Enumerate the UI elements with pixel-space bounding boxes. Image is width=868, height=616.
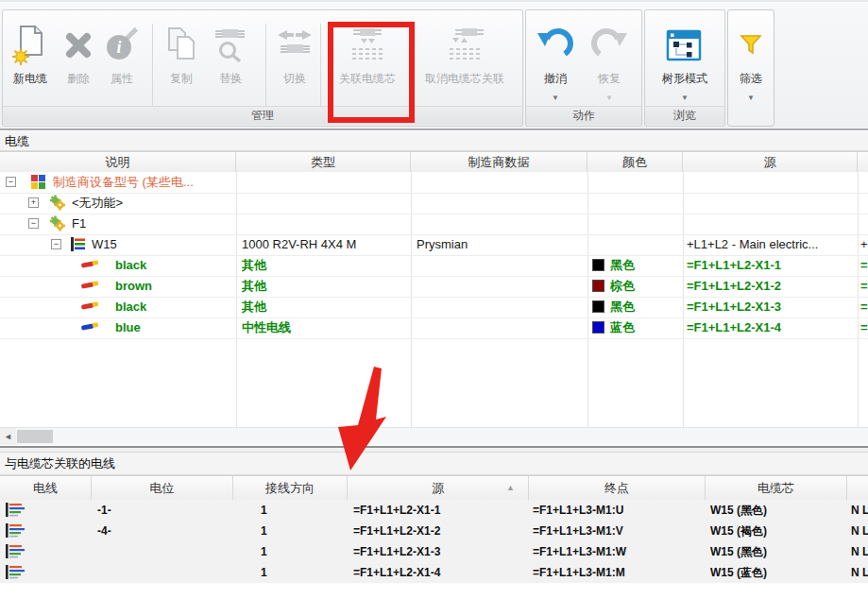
column-header-制造商数据[interactable]: 制造商数据 xyxy=(411,152,587,172)
wire-red-icon xyxy=(80,299,101,314)
cell-destination: =F1+L1+L3-M1:W xyxy=(533,541,703,562)
wire-panel-title: 与电缆芯关联的电线 xyxy=(0,453,868,475)
cell-core: W15 (黑色) xyxy=(710,541,844,562)
tree-row-label: W15 xyxy=(92,234,230,255)
delete-icon xyxy=(58,24,99,67)
tree-row[interactable]: blue中性电线蓝色=F1+L1+L2-X1-4= xyxy=(0,317,868,339)
cell-manufacturer: Prysmian xyxy=(417,234,583,255)
wire-table-body: -1-1=F1+L1+L2-X1-1=F1+L1+L3-M1:UW15 (黑色)… xyxy=(0,500,868,616)
expand-icon[interactable]: + xyxy=(28,197,39,208)
column-header-说明[interactable]: 说明 xyxy=(0,152,236,172)
scroll-left-arrow-icon[interactable]: ◄ xyxy=(0,428,16,445)
wire-row[interactable]: 1=F1+L1+L2-X1-4=F1+L1+L3-M1:MW15 (蓝色)N L xyxy=(0,562,868,584)
tree-row[interactable]: black其他黑色=F1+L1+L2-X1-1= xyxy=(0,255,868,277)
undo-icon xyxy=(532,24,579,67)
cell-destination-cut: = xyxy=(860,255,868,276)
cell-type: 1000 R2V-RH 4X4 M xyxy=(242,234,407,255)
wire-row[interactable]: -4-1=F1+L1+L2-X1-2=F1+L1+L3-M1:VW15 (褐色)… xyxy=(0,521,868,542)
horizontal-scrollbar[interactable]: ◄ xyxy=(0,427,868,445)
tree-row-label: black xyxy=(115,297,230,317)
gears-icon xyxy=(49,215,66,234)
dropdown-arrow-icon[interactable]: ▼ xyxy=(649,94,721,102)
ribbon-button-label: 属性 xyxy=(101,71,143,86)
tree-row[interactable]: −F1 xyxy=(0,214,868,235)
wire-multi-icon xyxy=(5,522,26,541)
dropdown-arrow-icon[interactable]: ▼ xyxy=(583,94,636,102)
color-swatch xyxy=(592,259,604,271)
cell-destination: =F1+L1+L3-M1:U xyxy=(533,500,703,521)
wire-multi-icon xyxy=(5,502,26,521)
ribbon-group-label: 动作 xyxy=(526,106,641,125)
ribbon-button-label: 撤消 xyxy=(532,71,579,86)
properties-icon: i xyxy=(101,24,143,67)
cell-color-label: 棕色 xyxy=(610,276,680,297)
cell-potential: -4- xyxy=(97,521,230,541)
ribbon-button-tree-mode[interactable]: 树形模式▼ xyxy=(649,14,721,109)
wire-row[interactable]: -1-1=F1+L1+L2-X1-1=F1+L1+L3-M1:UW15 (黑色)… xyxy=(0,500,868,522)
cell-destination: =F1+L1+L3-M1:M xyxy=(533,562,703,583)
collapse-icon[interactable]: − xyxy=(28,218,39,229)
cell-cut: N L xyxy=(851,562,868,583)
column-header-终点[interactable]: 终点 xyxy=(529,476,706,500)
ribbon-button-replace[interactable]: 替换 xyxy=(209,14,252,109)
cell-core: W15 (褐色) xyxy=(710,521,844,541)
tree-row[interactable]: +<无功能> xyxy=(0,193,868,214)
dropdown-arrow-icon[interactable]: ▼ xyxy=(532,94,579,102)
cell-type: 中性电线 xyxy=(242,317,407,338)
svg-text:i: i xyxy=(116,38,121,57)
cell-cut: N L xyxy=(851,541,868,562)
cell-cut: N L xyxy=(851,521,868,541)
redo-icon xyxy=(583,24,636,67)
column-header-电线[interactable]: 电线 xyxy=(0,476,92,500)
color-swatch xyxy=(592,321,604,334)
column-header-源[interactable]: 源 xyxy=(683,152,858,172)
scrollbar-thumb[interactable] xyxy=(17,430,53,443)
collapse-icon[interactable]: − xyxy=(6,177,16,187)
wire-red-icon xyxy=(80,257,101,272)
column-header-颜色[interactable]: 颜色 xyxy=(587,152,683,172)
column-header-源[interactable]: 源▲ xyxy=(348,476,529,500)
ribbon-button-properties[interactable]: i属性 xyxy=(101,14,143,109)
ribbon-button-label: 恢复 xyxy=(583,71,636,86)
ribbon-button-new-cable[interactable]: 新电缆 xyxy=(7,14,54,109)
cell-potential: -1- xyxy=(97,500,230,521)
ribbon-group-filter: 筛选▼ xyxy=(727,9,774,127)
wire-multi-icon xyxy=(5,543,26,562)
ribbon-button-delete[interactable]: 删除 xyxy=(58,14,99,109)
wire-row[interactable]: 1=F1+L1+L2-X1-3=F1+L1+L3-M1:WW15 (黑色)N L xyxy=(0,541,868,563)
ribbon-button-unlink-cores[interactable]: 取消电缆芯关联 xyxy=(411,14,519,109)
cell-type: 其他 xyxy=(242,297,407,317)
cell-source: =F1+L1+L2-X1-3 xyxy=(687,297,855,317)
tree-mode-icon xyxy=(649,24,721,67)
cell-type: 其他 xyxy=(242,276,407,297)
tree-row[interactable]: black其他黑色=F1+L1+L2-X1-3= xyxy=(0,297,868,318)
cell-color-label: 蓝色 xyxy=(610,317,680,338)
cell-core: W15 (蓝色) xyxy=(710,562,844,583)
column-header-接线方向[interactable]: 接线方向 xyxy=(233,476,348,500)
column-header-电缆芯[interactable]: 电缆芯 xyxy=(706,476,847,500)
ribbon-button-filter[interactable]: 筛选▼ xyxy=(729,14,773,109)
cell-destination-cut: + xyxy=(860,234,868,255)
column-header-电位[interactable]: 电位 xyxy=(92,476,233,500)
collapse-icon[interactable]: − xyxy=(51,239,61,249)
ribbon-button-switch[interactable]: 切换 xyxy=(273,14,316,109)
cable-icon xyxy=(70,236,86,255)
copy-icon xyxy=(160,24,203,67)
cell-source: =F1+L1+L2-X1-4 xyxy=(353,562,525,583)
tree-row[interactable]: brown其他棕色=F1+L1+L2-X1-2= xyxy=(0,276,868,298)
cell-cut: N L xyxy=(851,500,868,521)
dropdown-arrow-icon[interactable]: ▼ xyxy=(729,94,773,102)
ribbon-separator xyxy=(152,24,153,111)
cable-table-body: −制造商设备型号 (某些电...+<无功能>−F1−W151000 R2V-RH… xyxy=(0,172,868,427)
panel-splitter[interactable] xyxy=(0,446,868,453)
cell-core: W15 (黑色) xyxy=(710,500,844,521)
tree-row[interactable]: −W151000 R2V-RH 4X4 MPrysmian+L1+L2 - Ma… xyxy=(0,234,868,256)
tree-row-label: brown xyxy=(115,276,230,297)
cell-destination-cut: = xyxy=(860,317,868,338)
ribbon-button-redo[interactable]: 恢复▼ xyxy=(583,14,636,109)
ribbon-button-undo[interactable]: 撤消▼ xyxy=(532,14,579,109)
ribbon-button-label: 取消电缆芯关联 xyxy=(411,71,519,86)
ribbon-button-copy[interactable]: 复制 xyxy=(160,14,203,109)
tree-row[interactable]: −制造商设备型号 (某些电... xyxy=(0,172,868,194)
column-header-类型[interactable]: 类型 xyxy=(236,152,411,172)
